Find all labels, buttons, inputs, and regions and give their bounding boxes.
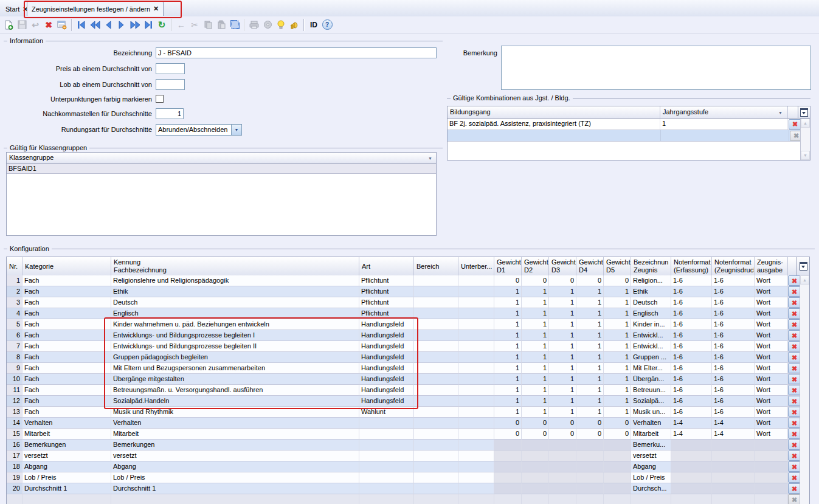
cell-bez[interactable]: Betreuun... [631, 385, 671, 396]
cell-nr[interactable]: 12 [7, 396, 22, 407]
cell-kennung[interactable]: Durchschnitt 1 [111, 483, 359, 494]
table-row[interactable]: 9FachMit Eltern und Bezugspersonen zusam… [7, 363, 801, 374]
cell-bez[interactable]: Mit Elter... [631, 363, 671, 374]
cell-d2[interactable]: 1 [522, 385, 549, 396]
cell-jahrgangsstufe[interactable] [661, 130, 789, 141]
delete-row-button[interactable]: ✖ [788, 472, 801, 483]
cell-nfe[interactable]: 1-6 [671, 374, 712, 385]
cell-kategorie[interactable]: Fach [22, 319, 111, 330]
cell-d1[interactable] [494, 461, 522, 472]
cell-bereich[interactable] [414, 308, 458, 319]
cell-nfe[interactable]: 1-6 [671, 319, 712, 330]
cell-nfe[interactable]: 1-6 [671, 308, 712, 319]
cell-nfe[interactable] [671, 494, 712, 504]
cell-kategorie[interactable]: Fach [22, 341, 111, 352]
cell-bereich[interactable] [414, 494, 458, 504]
cell-d5[interactable]: 1 [604, 374, 631, 385]
cell-d1[interactable]: 1 [494, 341, 522, 352]
cell-d5[interactable]: 0 [604, 418, 631, 429]
bemerkung-textarea[interactable] [501, 46, 811, 90]
lob-input[interactable] [156, 79, 185, 90]
cell-ausgabe[interactable] [755, 461, 788, 472]
cell-bez[interactable]: Musik un... [631, 407, 671, 418]
cell-d5[interactable]: 1 [604, 319, 631, 330]
cell-nfe[interactable]: 1-6 [671, 407, 712, 418]
cell-nr[interactable]: 3 [7, 297, 22, 308]
save-button[interactable] [15, 18, 29, 32]
cell-d1[interactable]: 1 [494, 363, 522, 374]
cell-art[interactable] [359, 440, 414, 450]
cell-unterbereich[interactable] [458, 483, 494, 494]
cell-ausgabe[interactable]: Wort [755, 418, 788, 429]
cell-d3[interactable]: 0 [549, 418, 576, 429]
cell-bereich[interactable] [414, 418, 458, 429]
cell-ausgabe[interactable]: Wort [755, 330, 788, 341]
cell-d4[interactable] [576, 440, 604, 450]
column-header-zeugnisausgabe[interactable]: Zeugnis- ausgabe [755, 257, 788, 275]
table-row[interactable]: 13FachMusik und RhythmikWahlunt11111Musi… [7, 407, 801, 418]
cell-kategorie[interactable]: Fach [22, 363, 111, 374]
cell-d4[interactable]: 0 [576, 429, 604, 440]
cell-nr[interactable]: 6 [7, 330, 22, 341]
cell-bez[interactable]: Entwickl... [631, 341, 671, 352]
cell-art[interactable]: Handlungsfeld [359, 319, 414, 330]
cell-art[interactable]: Handlungsfeld [359, 330, 414, 341]
cell-nfe[interactable] [671, 472, 712, 483]
cell-bez[interactable]: Verhalten [631, 418, 671, 429]
cell-kennung[interactable]: Lob / Preis [111, 472, 359, 483]
cell-d2[interactable]: 1 [522, 319, 549, 330]
rundungsart-select[interactable]: Abrunden/Abschneiden ▼ [156, 124, 242, 136]
cell-d3[interactable]: 1 [549, 407, 576, 418]
table-row[interactable]: 20Durchschnitt 1Durchschnitt 1Durchsch..… [7, 483, 801, 494]
copy-button[interactable] [201, 18, 215, 32]
filter-arrow-icon[interactable]: ▼ [778, 108, 783, 116]
cell-d3[interactable]: 1 [549, 330, 576, 341]
table-row[interactable]: 7FachEntwicklungs- und Bildungsprozesse … [7, 341, 801, 352]
cell-bereich[interactable] [414, 319, 458, 330]
cell-nfd[interactable]: 1-4 [712, 429, 755, 440]
column-header-bildungsgang[interactable]: Bildungsgang [448, 106, 660, 118]
delete-row-button[interactable]: ✖ [788, 308, 801, 319]
table-row[interactable]: 1FachReligionslehre und Religionspädagog… [7, 275, 801, 286]
cell-unterbereich[interactable] [458, 374, 494, 385]
cell-bez[interactable]: Englisch [631, 308, 671, 319]
table-row[interactable]: BF 2j. sozialpäd. Assistenz, praxisinteg… [448, 119, 810, 130]
cell-nr[interactable]: 8 [7, 352, 22, 363]
list-item-klassengruppe[interactable]: BFSAID1 [7, 164, 436, 174]
scroll-down-icon[interactable]: ▼ [801, 151, 810, 160]
cell-d3[interactable] [549, 450, 576, 461]
cell-nr[interactable]: 20 [7, 483, 22, 494]
cell-kennung[interactable]: Abgang [111, 461, 359, 472]
cell-d3[interactable]: 1 [549, 286, 576, 297]
table-row[interactable]: 8FachGruppen pädagogisch begleitenHandlu… [7, 352, 801, 363]
table-row[interactable]: 17versetztversetztversetzt✖ [7, 450, 801, 461]
cell-bereich[interactable] [414, 483, 458, 494]
cell-ausgabe[interactable] [755, 450, 788, 461]
cell-kennung[interactable]: Verhalten [111, 418, 359, 429]
cell-bereich[interactable] [414, 352, 458, 363]
cell-unterbereich[interactable] [458, 407, 494, 418]
column-header-notenformat-erfassung[interactable]: Notenformat (Erfassung) [671, 257, 712, 275]
column-header-gewicht-d4[interactable]: Gewicht D4 [576, 257, 604, 275]
cell-bereich[interactable] [414, 429, 458, 440]
delete-row-button[interactable]: ✖ [788, 407, 801, 417]
cell-nfd[interactable]: 1-6 [712, 363, 755, 374]
cell-d2[interactable]: 1 [522, 352, 549, 363]
cell-bez[interactable]: Sozialpä... [631, 396, 671, 407]
cell-d3[interactable]: 1 [549, 297, 576, 308]
cell-d5[interactable]: 1 [604, 396, 631, 407]
cell-nr[interactable]: 9 [7, 363, 22, 374]
cut-button[interactable]: ✂ [188, 18, 201, 32]
cell-unterbereich[interactable] [458, 461, 494, 472]
cell-d5[interactable]: 1 [604, 341, 631, 352]
cell-kennung[interactable] [111, 494, 359, 504]
cell-art[interactable]: Handlungsfeld [359, 374, 414, 385]
preis-input[interactable] [156, 63, 185, 74]
cell-ausgabe[interactable]: Wort [755, 407, 788, 418]
cell-ausgabe[interactable]: Wort [755, 374, 788, 385]
cell-nr[interactable]: 11 [7, 385, 22, 396]
chevron-down-icon[interactable]: ▼ [231, 125, 241, 135]
cell-nr[interactable]: 1 [7, 275, 22, 286]
cell-d2[interactable]: 1 [522, 330, 549, 341]
cell-kategorie[interactable]: Fach [22, 286, 111, 297]
